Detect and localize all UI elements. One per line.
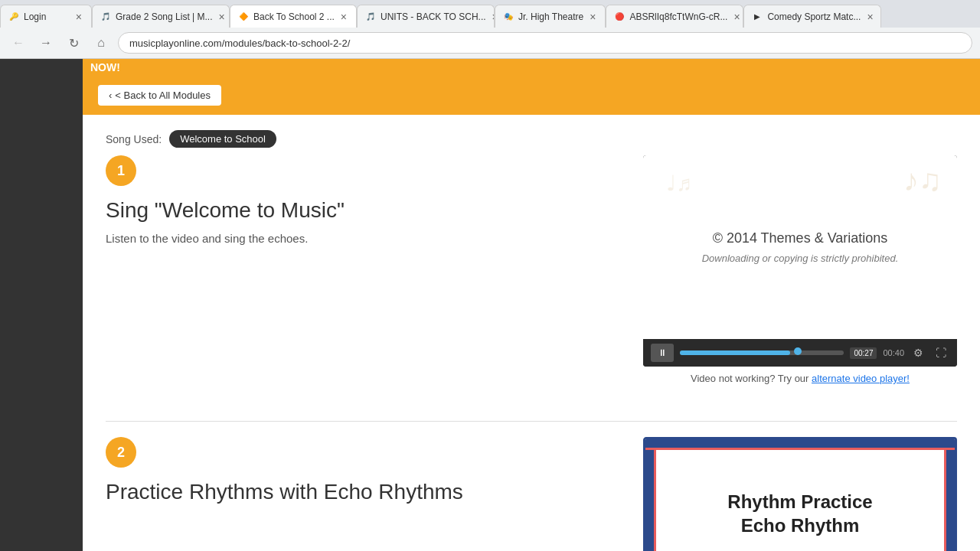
tab-comedy[interactable]: ▶ Comedy Sportz Matc... ×: [743, 5, 881, 28]
progress-fill: [680, 350, 790, 355]
progress-handle[interactable]: [794, 347, 802, 355]
tab-login[interactable]: 🔑 Login ×: [0, 5, 92, 28]
now-banner-text: NOW!: [90, 61, 120, 73]
tab-abs[interactable]: 🔴 ABSRlIq8fcTtWnG-cR... ×: [606, 5, 743, 28]
pause-button[interactable]: ⏸: [651, 344, 674, 362]
section-1-block: 1 Sing "Welcome to Music" Listen to the …: [106, 155, 957, 413]
slide-title-line1: Rhythm Practice: [727, 490, 872, 514]
step-2-circle: 2: [106, 437, 136, 468]
back-nav-button[interactable]: ←: [8, 32, 29, 54]
step-1-number: 1: [117, 163, 125, 179]
settings-icon-button[interactable]: ⚙: [910, 345, 926, 360]
tab-grade2[interactable]: 🎵 Grade 2 Song List | M... ×: [92, 5, 230, 28]
forward-nav-button[interactable]: →: [35, 32, 57, 54]
sidebar: [0, 59, 83, 551]
slide-title-line2: Echo Rhythm: [727, 514, 872, 537]
slide-preview[interactable]: Rhythm Practice Echo Rhythm: [643, 437, 957, 551]
section-2-title: Practice Rhythms with Echo Rhythms: [106, 480, 605, 504]
tab-close-backtoschool[interactable]: ×: [339, 11, 348, 23]
tab-close-abs[interactable]: ×: [732, 11, 741, 23]
tab-label-units: UNITS - BACK TO SCH...: [381, 11, 486, 22]
song-used-label: Song Used:: [106, 133, 162, 145]
video-note: Video not working? Try our alternate vid…: [643, 367, 957, 390]
video-container: ♪♫ ♩♬ © 2014 Themes & Variations Downloa…: [643, 155, 957, 390]
fullscreen-button[interactable]: ⛶: [933, 345, 949, 360]
section-1-left: 1 Sing "Welcome to Music" Listen to the …: [106, 155, 620, 390]
tab-favicon-backtoschool: 🔶: [238, 11, 249, 22]
alternate-player-link[interactable]: alternate video player!: [812, 373, 910, 384]
slide-content: Rhythm Practice Echo Rhythm: [727, 490, 872, 537]
step-1-circle: 1: [106, 155, 136, 186]
video-controls: ⏸ 00:27 00:40 ⚙ ⛶: [643, 339, 957, 367]
address-text: musicplayonline.com/modules/back-to-scho…: [129, 37, 350, 49]
back-arrow-icon: ‹: [109, 90, 112, 101]
home-button[interactable]: ⌂: [90, 32, 112, 54]
tab-label-abs: ABSRlIq8fcTtWnG-cR...: [629, 11, 727, 22]
tab-close-jrhigh[interactable]: ×: [588, 11, 597, 23]
section-divider: [106, 421, 957, 422]
tab-close-grade2[interactable]: ×: [217, 11, 227, 23]
tab-label-jrhigh: Jr. High Theatre: [518, 11, 583, 22]
slide-border-right: [944, 450, 955, 551]
slide-container: Rhythm Practice Echo Rhythm: [643, 437, 957, 551]
section-1-title: Sing "Welcome to Music": [106, 198, 605, 223]
slide-border-left: [645, 450, 656, 551]
tab-close-login[interactable]: ×: [74, 11, 83, 23]
tab-bar: 🔑 Login × 🎵 Grade 2 Song List | M... × 🔶…: [0, 0, 980, 28]
tab-favicon-units: 🎵: [365, 11, 376, 22]
video-player: ♪♫ ♩♬ © 2014 Themes & Variations Downloa…: [643, 155, 957, 367]
tab-favicon-jrhigh: 🎭: [503, 11, 514, 22]
address-bar[interactable]: musicplayonline.com/modules/back-to-scho…: [118, 32, 972, 54]
tab-label-login: Login: [24, 11, 46, 22]
song-badge: Welcome to School: [169, 130, 276, 148]
tab-label-backtoschool: Back To School 2 ...: [253, 11, 335, 22]
tab-favicon-grade2: 🎵: [100, 11, 111, 22]
current-time: 00:27: [850, 347, 877, 359]
back-to-modules-button[interactable]: ‹ < Back to All Modules: [98, 85, 221, 106]
slide-border-top: [645, 439, 955, 450]
reload-button[interactable]: ↻: [63, 32, 84, 54]
music-notes-decoration: ♪♫: [903, 163, 942, 197]
main-content: NOW! ‹ < Back to All Modules Song Used: …: [83, 59, 980, 551]
song-used-row: Song Used: Welcome to School: [106, 115, 957, 155]
browser-chrome: 🔑 Login × 🎵 Grade 2 Song List | M... × 🔶…: [0, 0, 980, 59]
tab-favicon-abs: 🔴: [614, 11, 625, 22]
video-note-text: Video not working? Try our: [691, 373, 812, 384]
video-progress-bar[interactable]: [680, 350, 844, 355]
address-bar-row: ← → ↻ ⌂ musicplayonline.com/modules/back…: [0, 28, 980, 58]
music-notes-decoration2: ♩♬: [666, 171, 692, 196]
tab-units[interactable]: 🎵 UNITS - BACK TO SCH... ×: [357, 5, 495, 28]
copyright-text: © 2014 Themes & Variations: [702, 230, 899, 246]
tab-favicon-comedy: ▶: [752, 11, 763, 22]
tab-backtoschool[interactable]: 🔶 Back To School 2 ... ×: [230, 5, 357, 28]
page-wrapper: NOW! ‹ < Back to All Modules Song Used: …: [0, 59, 980, 551]
tab-label-grade2: Grade 2 Song List | M...: [116, 11, 213, 22]
back-button-label: < Back to All Modules: [115, 90, 211, 101]
video-copyright: © 2014 Themes & Variations Downloading o…: [702, 230, 899, 264]
section-1-description: Listen to the video and sing the echoes.: [106, 230, 605, 248]
now-banner: NOW!: [83, 59, 980, 76]
total-time: 00:40: [883, 348, 904, 357]
copyright-sub: Downloading or copying is strictly prohi…: [702, 253, 899, 264]
section-2-block: 2 Practice Rhythms with Echo Rhythms Rhy…: [106, 437, 957, 551]
video-screen[interactable]: ♪♫ ♩♬ © 2014 Themes & Variations Downloa…: [643, 155, 957, 339]
tab-favicon-login: 🔑: [8, 11, 19, 22]
section-2-left: 2 Practice Rhythms with Echo Rhythms: [106, 437, 620, 551]
step-2-number: 2: [117, 445, 125, 461]
tab-label-comedy: Comedy Sportz Matc...: [767, 11, 861, 22]
tab-close-comedy[interactable]: ×: [865, 11, 874, 23]
content-area: Song Used: Welcome to School 1 Sing "Wel…: [83, 115, 980, 551]
orange-nav-bar: ‹ < Back to All Modules: [83, 76, 980, 115]
tab-jrhigh[interactable]: 🎭 Jr. High Theatre ×: [495, 5, 606, 28]
